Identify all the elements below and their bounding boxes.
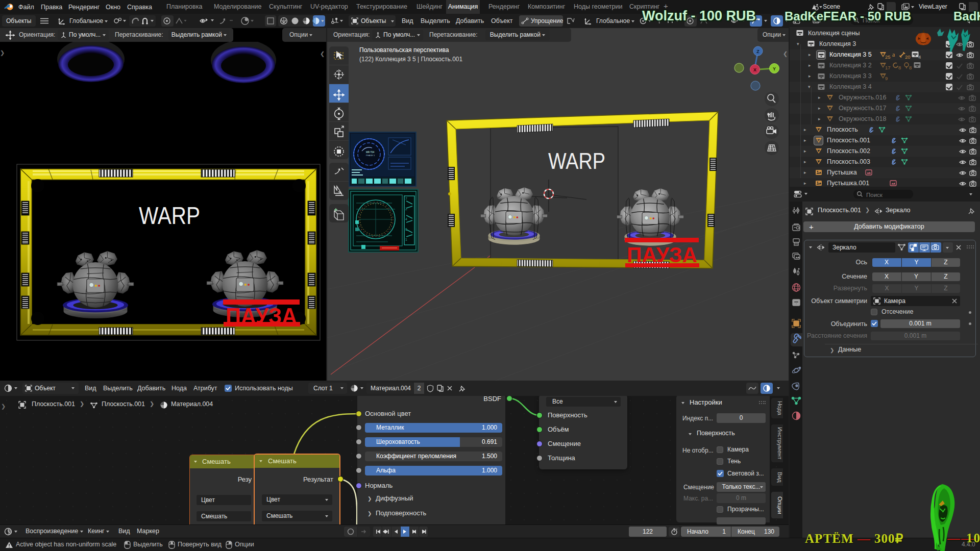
svg-text:1: 1 bbox=[405, 238, 407, 241]
svg-text:X: X bbox=[753, 67, 756, 72]
svg-text:ПАУЗА: ПАУЗА bbox=[627, 243, 697, 267]
svg-text:PHASE 3: PHASE 3 bbox=[366, 154, 375, 157]
svg-text:Y: Y bbox=[773, 66, 776, 71]
svg-text:7: 7 bbox=[405, 197, 407, 201]
svg-text:WARP: WARP bbox=[139, 202, 200, 229]
svg-text:WARP: WARP bbox=[548, 148, 605, 174]
svg-text:MR-T04: MR-T04 bbox=[366, 151, 375, 154]
svg-text:6: 6 bbox=[405, 228, 407, 231]
svg-text:Z: Z bbox=[756, 49, 760, 54]
svg-text:4: 4 bbox=[405, 217, 407, 221]
svg-text:2: 2 bbox=[405, 207, 407, 211]
